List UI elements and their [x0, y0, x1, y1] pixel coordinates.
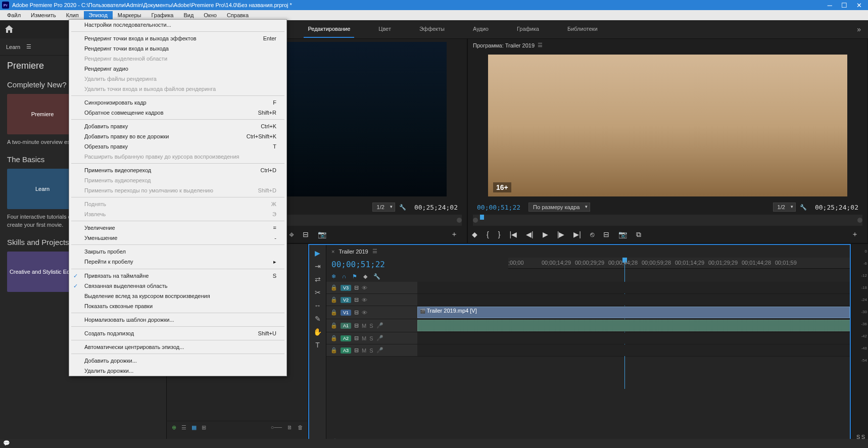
- video-clip[interactable]: 🎬 Trailer 2019.mp4 [V]: [417, 307, 850, 318]
- menu-item[interactable]: Рендеринг точки входа и выхода эффектовE…: [69, 33, 286, 43]
- workspace-overflow-icon[interactable]: »: [857, 25, 861, 33]
- menu-item[interactable]: Уменьшение-: [69, 233, 286, 243]
- program-zoom-dropdown[interactable]: 1/2: [773, 203, 796, 212]
- lock-icon[interactable]: 🔒: [330, 284, 337, 291]
- timeline-ruler[interactable]: ;00;0000;00;14;2900;00;29;2900;00;44;280…: [508, 258, 850, 269]
- voiceover-icon[interactable]: 🎤: [376, 322, 383, 329]
- menu-item[interactable]: Обратное совмещение кадровShift+R: [69, 108, 286, 118]
- menu-item[interactable]: Применить видеопереходCtrl+D: [69, 165, 286, 175]
- mute-icon[interactable]: M: [362, 335, 366, 341]
- track-label[interactable]: A1: [341, 323, 351, 329]
- track-label[interactable]: A2: [341, 335, 351, 341]
- overwrite-icon[interactable]: ⊟: [303, 230, 309, 238]
- solo-icon[interactable]: S: [369, 323, 373, 329]
- icon-view-icon[interactable]: ▦: [191, 424, 197, 431]
- slip-tool-icon[interactable]: ↔: [314, 302, 321, 310]
- mute-icon[interactable]: M: [362, 323, 366, 329]
- solo-icon[interactable]: S: [369, 347, 373, 354]
- menu-item[interactable]: Автоматически центрировать эпизод...: [69, 342, 286, 352]
- program-settings-icon[interactable]: 🔧: [800, 204, 807, 211]
- trash-icon[interactable]: 🗑: [298, 424, 303, 431]
- workspace-tab[interactable]: Аудио: [469, 21, 493, 38]
- notification-icon[interactable]: 💬: [3, 440, 10, 446]
- lift-icon[interactable]: ⎋: [590, 230, 594, 238]
- track-label[interactable]: A3: [341, 347, 351, 354]
- menu-окно[interactable]: Окно: [199, 11, 222, 19]
- panel-menu-icon[interactable]: ☰: [372, 248, 377, 255]
- workspace-tab[interactable]: Эффекты: [415, 21, 449, 38]
- learn-thumb-3[interactable]: Creative and Stylistic Edits: [7, 252, 78, 292]
- home-icon[interactable]: [4, 24, 14, 34]
- hand-tool-icon[interactable]: ✋: [313, 328, 322, 336]
- lock-icon[interactable]: 🔒: [330, 296, 337, 303]
- menu-item[interactable]: ✓Привязать на таймлайнеS: [69, 271, 286, 281]
- timeline-close-icon[interactable]: ×: [331, 248, 334, 255]
- menu-item[interactable]: Удалить дорожки...: [69, 366, 286, 376]
- menu-графика[interactable]: Графика: [146, 11, 178, 19]
- eye-icon[interactable]: 👁: [362, 285, 367, 291]
- ripple-tool-icon[interactable]: ⇄: [315, 275, 321, 283]
- compare-icon[interactable]: ⧉: [636, 230, 641, 239]
- timeline-timecode[interactable]: 00;00;51;22: [326, 258, 417, 271]
- lock-icon[interactable]: 🔒: [330, 309, 337, 316]
- program-fit-dropdown[interactable]: По размеру кадра: [528, 203, 590, 212]
- new-bin-icon[interactable]: ⊕: [172, 424, 176, 431]
- lock-icon[interactable]: 🔒: [330, 322, 337, 329]
- mark-in-icon[interactable]: {: [487, 230, 489, 238]
- go-to-in-icon[interactable]: |◀: [509, 230, 517, 238]
- menu-item[interactable]: Синхронизировать кадрF: [69, 97, 286, 108]
- program-ruler[interactable]: [473, 215, 862, 226]
- settings-icon[interactable]: 🔧: [373, 273, 380, 280]
- pen-tool-icon[interactable]: ✎: [315, 315, 321, 323]
- insert-icon[interactable]: ⎆: [290, 230, 294, 238]
- source-settings-icon[interactable]: 🔧: [399, 204, 406, 211]
- menu-item[interactable]: Добавить дорожки...: [69, 356, 286, 366]
- new-item-icon[interactable]: 🗎: [287, 424, 293, 431]
- selection-tool-icon[interactable]: ▶: [315, 249, 320, 257]
- workspace-tab[interactable]: Библиотеки: [563, 21, 602, 38]
- razor-tool-icon[interactable]: ✂: [315, 288, 321, 296]
- program-video[interactable]: 16+: [488, 55, 847, 196]
- track-output-icon[interactable]: ⊟: [354, 322, 359, 329]
- track-output-icon[interactable]: ⊟: [354, 296, 359, 303]
- eye-icon[interactable]: 👁: [362, 297, 367, 303]
- menu-маркеры[interactable]: Маркеры: [113, 11, 147, 19]
- menu-item[interactable]: Обрезать правкуT: [69, 141, 286, 152]
- solo-icon[interactable]: S: [369, 335, 373, 341]
- menu-файл[interactable]: Файл: [2, 11, 26, 19]
- menu-справка[interactable]: Справка: [222, 11, 254, 19]
- workspace-tab[interactable]: Редактирование: [304, 21, 354, 38]
- menu-клип[interactable]: Клип: [61, 11, 84, 19]
- track-output-icon[interactable]: ⊟: [354, 347, 359, 354]
- workspace-tab[interactable]: Цвет: [374, 21, 395, 38]
- menu-item[interactable]: Нормализовать шаблон дорожки...: [69, 315, 286, 325]
- menu-item[interactable]: ✓Связанная выделенная область: [69, 281, 286, 291]
- program-timecode-left[interactable]: 00;00;51;22: [477, 204, 520, 211]
- menu-item[interactable]: Рендеринг аудио: [69, 64, 286, 74]
- lock-icon[interactable]: 🔒: [330, 335, 337, 341]
- mute-icon[interactable]: M: [362, 347, 366, 354]
- panel-menu-icon[interactable]: ☰: [26, 43, 31, 50]
- workspace-tab[interactable]: Графика: [513, 21, 543, 38]
- export-frame-icon[interactable]: 📷: [618, 230, 627, 238]
- add-marker-icon[interactable]: ⚑: [352, 273, 357, 280]
- button-editor-icon[interactable]: ＋: [451, 230, 458, 239]
- step-fwd-icon[interactable]: |▶: [557, 230, 565, 238]
- snap-icon[interactable]: ❄: [331, 273, 336, 280]
- play-icon[interactable]: ▶: [543, 230, 548, 238]
- menu-item[interactable]: Создать подэпизодShift+U: [69, 328, 286, 338]
- track-select-tool-icon[interactable]: ⇥: [315, 262, 321, 270]
- maximize-button[interactable]: ☐: [841, 2, 847, 9]
- track-output-icon[interactable]: ⊟: [354, 309, 359, 316]
- type-tool-icon[interactable]: T: [315, 341, 320, 349]
- track-label[interactable]: V3: [341, 285, 351, 291]
- menu-item[interactable]: Добавить правкуCtrl+K: [69, 121, 286, 131]
- audio-clip[interactable]: [417, 320, 850, 331]
- button-editor-icon[interactable]: ＋: [851, 230, 858, 239]
- step-back-icon[interactable]: ◀|: [526, 230, 534, 238]
- menu-item[interactable]: Выделение вслед за курсором воспроизведе…: [69, 291, 286, 301]
- learn-thumb-1[interactable]: Premiere: [7, 94, 78, 134]
- extract-icon[interactable]: ⊟: [603, 230, 609, 238]
- panel-menu-icon[interactable]: ☰: [538, 42, 543, 48]
- mark-out-icon[interactable]: }: [498, 230, 501, 238]
